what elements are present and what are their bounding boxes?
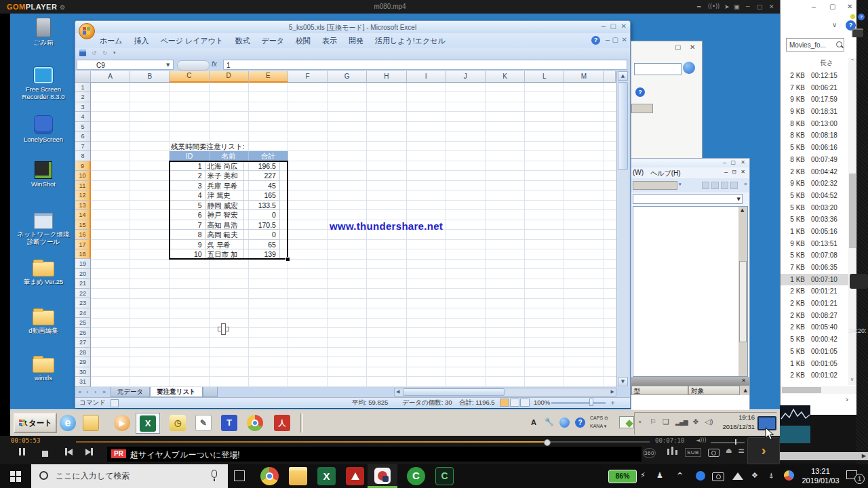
broadcast-icon[interactable]: ((•)) [708,3,719,10]
ime-globe-icon[interactable] [559,418,570,428]
row-headers[interactable]: 1234567891011121314151617181920212223242… [75,83,91,387]
maximize-icon[interactable]: ▢ [730,159,736,166]
column-header-I[interactable]: I [407,71,446,83]
scrollbar-thumb[interactable] [739,261,747,342]
column-header-G[interactable]: G [328,71,367,83]
file-row[interactable]: 9 KB00:18:31 [781,106,848,118]
worksheet-grid[interactable]: 残業時間要注意リスト: ID名前合計1北海 尚広196.52米子 美和2273兵… [91,83,616,387]
row-header-25[interactable]: 25 [75,318,91,327]
prev-sheet-icon[interactable]: ‹ [86,388,89,395]
explorer-vertical-scrollbar[interactable]: ^ ∨ [848,58,856,385]
dropdown-icon[interactable]: ▼ [737,197,741,202]
capture-taskbar-icon[interactable]: C [435,467,454,485]
row-header-29[interactable]: 29 [75,357,91,367]
file-row[interactable]: 5 KB00:03:20 [781,202,848,214]
watch-window-headers[interactable]: 型 対象 ▲ [631,386,749,395]
page-break-view-button[interactable] [520,399,530,407]
cell-name[interactable]: 高知 昌浩 [206,220,244,230]
table-row[interactable]: 10五日市 加139 [170,249,288,259]
page-layout-view-button[interactable] [510,399,519,407]
file-row[interactable]: 2 KB00:08:27 [781,310,848,322]
cell-id[interactable]: 10 [170,249,205,259]
subtitles-button[interactable]: SUB [685,448,701,457]
gom-control-bar[interactable]: 00:05:53 00:07:10 ◄))) PR 超サイヤ人ブルーついに登場!… [0,436,780,464]
file-row[interactable]: 1 KB00:05:16 [781,226,848,238]
taskbar-clock[interactable]: 13:21 2019/01/03 [797,467,844,486]
desktop-icon-4[interactable]: WinShot [17,161,70,188]
row-header-19[interactable]: 19 [75,259,91,268]
cell-total[interactable]: 170.5 [244,220,280,230]
ribbon-tab-6[interactable]: 校閲 [296,36,311,46]
file-list[interactable]: 2 KB00:12:157 KB00:06:219 KB00:17:599 KB… [781,70,848,382]
ribbon-tab-2[interactable]: 挿入 [134,36,149,46]
row-header-16[interactable]: 16 [75,230,91,239]
scroll-up-icon[interactable]: ▲ [618,71,628,81]
excel-titlebar[interactable]: 5_ks005.xls [互換モード] - Microsoft Excel ─ … [75,21,630,33]
row-header-28[interactable]: 28 [75,348,91,357]
column-header-K[interactable]: K [486,71,525,83]
cell-name[interactable]: 北海 尚広 [206,161,244,171]
toolbar-icon[interactable] [721,182,728,189]
minimize-icon[interactable]: ─ [812,4,816,11]
file-row[interactable]: 5 KB00:03:36 [781,214,848,226]
row-header-26[interactable]: 26 [75,328,91,338]
file-row[interactable]: 5 KB00:06:16 [781,142,848,154]
file-row[interactable]: 1 KB00:01:05 [781,358,848,370]
file-row[interactable]: 2 KB00:01:21 [781,298,848,310]
open-panel-button[interactable]: › [747,437,780,464]
cell-total[interactable]: 65 [244,240,280,249]
expand-right-icon[interactable]: › [846,396,848,403]
ribbon-tab-3[interactable]: ページ レイアウト [161,36,224,46]
table-row[interactable]: 2米子 美和227 [170,171,288,180]
cell-total[interactable]: 133.5 [244,201,280,210]
row-header-12[interactable]: 12 [75,190,91,200]
minimize-icon[interactable]: ─ [724,169,728,176]
watch-window-titlebar[interactable]: ✕ [631,377,749,386]
desktop-icon-1[interactable]: ごみ箱 [17,18,70,46]
file-row[interactable]: 8 KB00:13:00 [781,118,848,130]
always-on-top-icon[interactable]: ➤ [724,3,730,10]
flag-icon[interactable]: ⚐ [650,418,656,427]
scrollbar-thumb[interactable] [782,387,821,393]
cell-total[interactable]: 227 [244,171,280,180]
row-header-23[interactable]: 23 [75,298,91,308]
desktop-icon-6[interactable]: 筆まめ Ver.25 [17,262,70,285]
dropdown-icon[interactable]: ▾ [679,182,682,187]
ie-icon[interactable]: e [60,415,76,431]
file-row[interactable]: 9 KB00:17:59 [781,94,848,106]
desktop-icon-3[interactable]: LonelyScreen [17,115,70,143]
desktop-icon-2[interactable]: Free Screen Recorder 8.3.0 [17,66,70,100]
sheet-tab-row[interactable]: « ‹ › » 元データ 要注意リスト ◀ ▶ [75,387,630,397]
app-window-icon[interactable] [852,28,863,37]
gom-active-taskbar-button[interactable] [368,464,397,488]
scroll-down-icon[interactable]: ∨ [850,377,854,382]
ime-help-icon[interactable]: ? [575,418,585,428]
save-icon[interactable] [79,49,86,56]
explorer-horizontal-scrollbar[interactable] [781,386,856,394]
column-header-B[interactable]: B [130,71,170,83]
cell-id[interactable]: 7 [170,220,205,230]
notification-badge[interactable]: 1 [854,474,865,484]
row-header-14[interactable]: 14 [75,210,91,220]
file-row[interactable]: 7 KB00:06:21 [781,82,848,94]
dropbox-icon[interactable]: ❖ [751,471,758,480]
row-header-9[interactable]: 9 [75,161,91,171]
scrollbar-thumb[interactable] [403,388,505,396]
overflow-icon[interactable]: » [744,181,747,187]
cell-id[interactable]: 9 [170,240,205,249]
cell-total[interactable]: 139 [244,249,280,259]
help-icon[interactable]: ? [591,36,600,45]
ime-tools-icon[interactable]: 🔧 [545,418,554,427]
file-row[interactable]: 2 KB00:05:40 [781,321,848,333]
cell-id[interactable]: 6 [170,210,205,220]
column-headers[interactable]: ABCDEFGHIJKLM [75,71,616,83]
volume-icon[interactable]: ◁) [705,418,713,427]
zoom-in-icon[interactable]: ＋ [610,399,616,407]
last-sheet-icon[interactable]: » [102,388,106,395]
row-header-8[interactable]: 8 [75,151,91,161]
cell-total[interactable]: 165 [244,190,280,200]
ribbon-tab-7[interactable]: 表示 [322,36,337,46]
scroll-right-icon[interactable]: ▶ [611,389,614,394]
pause-button[interactable] [18,446,26,458]
row-header-1[interactable]: 1 [75,83,91,92]
